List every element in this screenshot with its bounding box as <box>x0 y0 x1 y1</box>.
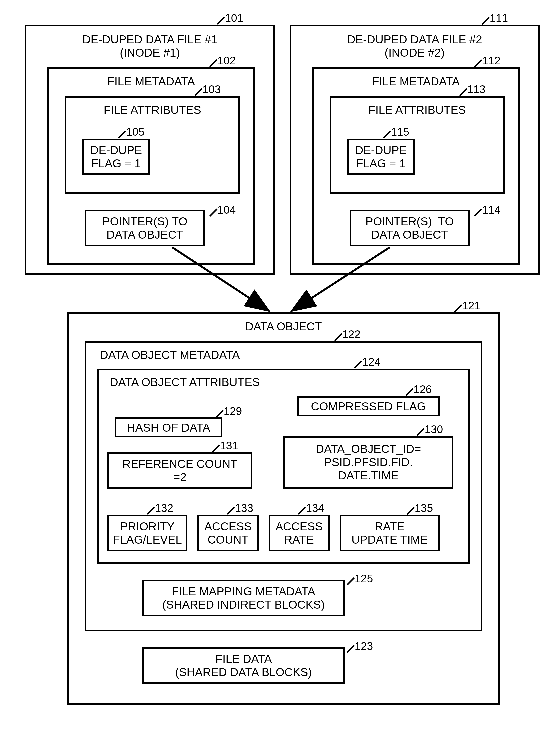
do-refcount-text: REFERENCE COUNT =2 <box>107 457 252 484</box>
file1-metadata-title: FILE METADATA <box>47 75 255 88</box>
file1-dedupe-text: DE-DUPE FLAG = 1 <box>82 144 150 170</box>
do-attributes-ref: 124 <box>362 355 380 368</box>
file1-dedupe-ref: 105 <box>126 126 144 138</box>
do-objectid-text: DATA_OBJECT_ID= PSID.PFSID.FID. DATE.TIM… <box>283 442 453 482</box>
do-access-rate-ref: 134 <box>306 502 324 514</box>
file2-dedupe-ref: 115 <box>391 126 409 138</box>
file2-dedupe-text: DE-DUPE FLAG = 1 <box>347 144 415 170</box>
do-file-data-ref: 123 <box>355 640 373 652</box>
file2-ref: 111 <box>490 12 508 24</box>
do-hash-text: HASH OF DATA <box>115 421 222 434</box>
file1-attributes-ref: 103 <box>202 83 221 96</box>
do-priority-ref: 132 <box>155 502 173 514</box>
file1-attributes-title: FILE ATTRIBUTES <box>65 103 240 117</box>
do-rate-update-text: RATE UPDATE TIME <box>340 520 440 546</box>
file2-attributes-title: FILE ATTRIBUTES <box>330 103 505 117</box>
file2-ref-tick <box>482 17 490 25</box>
do-rate-update-ref: 135 <box>415 502 433 514</box>
dataobject-ref-tick <box>454 304 462 313</box>
dataobject-ref: 121 <box>462 299 480 312</box>
do-metadata-ref: 122 <box>342 328 360 340</box>
file2-metadata-title: FILE METADATA <box>312 75 520 88</box>
do-access-count-text: ACCESS COUNT <box>197 520 259 546</box>
file1-ref-tick <box>217 17 225 25</box>
file2-attributes-ref: 113 <box>467 83 485 96</box>
do-file-data-text: FILE DATA (SHARED DATA BLOCKS) <box>142 652 345 679</box>
do-compressed-text: COMPRESSED FLAG <box>297 400 440 413</box>
dataobject-title: DATA OBJECT <box>67 320 500 333</box>
do-refcount-ref: 131 <box>220 439 238 452</box>
do-compressed-ref: 126 <box>413 383 432 396</box>
do-mapping-ref: 125 <box>355 572 373 585</box>
do-hash-ref: 129 <box>224 405 242 417</box>
do-metadata-title: DATA OBJECT METADATA <box>85 348 482 361</box>
file1-pointer-ref: 104 <box>217 204 236 216</box>
file1-title: DE-DUPED DATA FILE #1 (INODE #1) <box>25 33 275 59</box>
do-access-rate-text: ACCESS RATE <box>269 520 330 546</box>
do-access-count-ref: 133 <box>235 502 253 514</box>
file2-title: DE-DUPED DATA FILE #2 (INODE #2) <box>290 33 540 59</box>
do-objectid-ref: 130 <box>425 423 443 436</box>
do-priority-text: PRIORITY FLAG/LEVEL <box>107 520 187 546</box>
file1-pointer-text: POINTER(S) TO DATA OBJECT <box>85 215 205 241</box>
file2-pointer-text: POINTER(S) TO DATA OBJECT <box>350 215 470 241</box>
file2-pointer-ref: 114 <box>482 204 500 216</box>
do-mapping-text: FILE MAPPING METADATA (SHARED INDIRECT B… <box>142 585 345 611</box>
file1-ref: 101 <box>225 12 243 24</box>
file1-metadata-ref: 102 <box>217 54 236 67</box>
file2-metadata-ref: 112 <box>482 54 500 67</box>
